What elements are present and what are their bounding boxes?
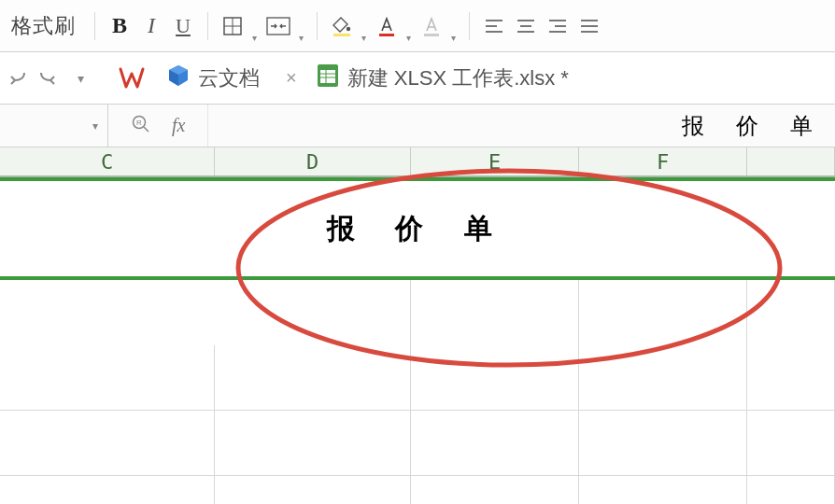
column-header[interactable]: F xyxy=(579,147,747,175)
borders-button[interactable] xyxy=(218,9,248,43)
tab-label: 新建 XLSX 工作表.xlsx * xyxy=(347,64,569,92)
column-header[interactable]: E xyxy=(411,147,579,175)
align-left-button[interactable] xyxy=(479,9,509,43)
spreadsheet-grid[interactable]: 报 价 单 xyxy=(0,177,835,504)
column-headers: C D E F xyxy=(0,147,835,177)
align-center-button[interactable] xyxy=(511,9,541,43)
column-header[interactable]: C xyxy=(0,147,215,175)
fill-color-button[interactable] xyxy=(327,9,357,43)
cell[interactable] xyxy=(215,345,411,410)
merged-title-cell[interactable]: 报 价 单 xyxy=(0,181,835,276)
cell[interactable] xyxy=(747,411,835,475)
formula-input[interactable]: 报 价 单 xyxy=(208,111,835,141)
grid-row xyxy=(0,476,835,504)
dropdown-caret-icon[interactable]: ▾ xyxy=(402,33,415,43)
title-row: 报 价 单 xyxy=(0,177,835,280)
cell[interactable] xyxy=(0,476,215,504)
name-box[interactable]: ▾ xyxy=(0,105,108,147)
document-tab-bar: ▾ 云文档 × 新建 XLSX 工作表.xlsx * xyxy=(0,52,835,105)
separator xyxy=(469,12,470,40)
dropdown-caret-icon[interactable]: ▾ xyxy=(248,33,261,43)
tab-label: 云文档 xyxy=(198,64,260,92)
svg-rect-7 xyxy=(424,34,439,36)
zoom-icon[interactable]: R xyxy=(131,114,151,138)
dropdown-caret-icon[interactable]: ▾ xyxy=(92,119,98,133)
redo-button[interactable] xyxy=(35,63,62,94)
separator xyxy=(207,12,208,40)
highlight-color-button[interactable] xyxy=(417,9,446,43)
tab-spreadsheet-file[interactable]: 新建 XLSX 工作表.xlsx * xyxy=(312,57,580,100)
svg-rect-5 xyxy=(333,34,350,36)
cell[interactable] xyxy=(747,476,835,504)
underline-button[interactable]: U xyxy=(168,9,198,43)
separator xyxy=(94,12,95,40)
cube-icon xyxy=(166,63,191,93)
undo-button[interactable] xyxy=(4,63,30,94)
align-justify-button[interactable] xyxy=(574,9,604,43)
spreadsheet-file-icon xyxy=(316,63,340,94)
cell[interactable] xyxy=(747,280,835,345)
bold-button[interactable]: B xyxy=(105,9,134,43)
svg-point-4 xyxy=(347,26,350,30)
align-right-button[interactable] xyxy=(543,9,573,43)
cell[interactable] xyxy=(579,280,747,345)
format-painter-button[interactable]: 格式刷 xyxy=(2,7,85,46)
dropdown-caret-icon[interactable]: ▾ xyxy=(357,33,370,43)
cell[interactable] xyxy=(0,345,215,410)
svg-text:R: R xyxy=(136,119,142,127)
svg-rect-3 xyxy=(267,18,290,35)
grid-row xyxy=(0,280,835,345)
fx-label[interactable]: fx xyxy=(172,115,185,136)
cell[interactable] xyxy=(411,476,579,504)
tab-cloud-docs[interactable]: 云文档 xyxy=(155,58,271,99)
cell[interactable] xyxy=(215,411,411,475)
separator xyxy=(317,12,318,40)
font-color-button[interactable] xyxy=(372,9,402,43)
dropdown-caret-icon[interactable]: ▾ xyxy=(294,33,307,43)
dropdown-caret-icon[interactable]: ▾ xyxy=(446,33,460,43)
cell[interactable] xyxy=(747,345,835,410)
cell[interactable] xyxy=(579,345,747,410)
cell[interactable] xyxy=(411,345,579,410)
cell[interactable] xyxy=(579,476,747,504)
column-header[interactable]: D xyxy=(215,147,411,175)
svg-rect-21 xyxy=(320,70,335,83)
dropdown-caret-icon[interactable]: ▾ xyxy=(67,63,93,94)
column-header[interactable] xyxy=(747,147,835,175)
cell[interactable] xyxy=(579,411,747,475)
cell[interactable] xyxy=(411,411,579,475)
wps-logo-icon[interactable] xyxy=(114,62,149,95)
cell[interactable] xyxy=(0,280,215,345)
cell[interactable] xyxy=(0,411,215,475)
grid-row xyxy=(0,345,835,411)
formula-bar: ▾ R fx 报 价 单 xyxy=(0,105,835,147)
cell[interactable] xyxy=(215,280,411,345)
formatting-toolbar: 格式刷 B I U ▾ ▾ ▾ xyxy=(0,0,835,52)
cell[interactable] xyxy=(411,280,579,345)
fx-zone: R fx xyxy=(108,105,208,147)
italic-button[interactable]: I xyxy=(136,9,166,43)
grid-row xyxy=(0,411,835,476)
merge-cells-button[interactable] xyxy=(262,9,294,43)
tab-close-button[interactable]: × xyxy=(276,63,306,92)
svg-rect-6 xyxy=(379,34,394,36)
cell[interactable] xyxy=(215,476,411,504)
svg-line-26 xyxy=(144,127,149,132)
